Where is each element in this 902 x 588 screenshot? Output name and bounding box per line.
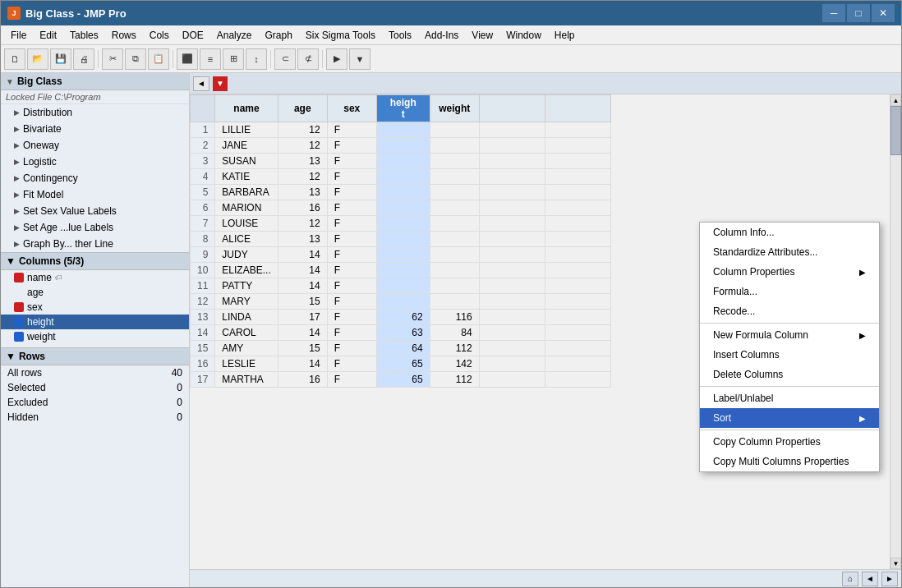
sidebar-item-distribution[interactable]: ▶ Distribution bbox=[1, 104, 189, 121]
menu-analyze[interactable]: Analyze bbox=[210, 28, 259, 43]
toolbar-paste[interactable]: 📋 bbox=[148, 48, 169, 70]
toolbar-cols[interactable]: ⬛ bbox=[177, 48, 198, 70]
ctx-insert-cols[interactable]: Insert Columns bbox=[700, 345, 879, 365]
rows-header[interactable]: ▼ Rows bbox=[1, 347, 189, 365]
cell-empty2 bbox=[545, 138, 610, 154]
table-wrapper[interactable]: name age sex height weight 1LILLIE12F2JA… bbox=[190, 94, 901, 569]
cell-age: 14 bbox=[278, 263, 327, 278]
left-panel-inner: ▶ Distribution ▶ Bivariate ▶ Oneway ▶ Lo… bbox=[1, 104, 189, 587]
app-icon: J bbox=[7, 7, 21, 20]
cell-empty1 bbox=[479, 247, 545, 263]
ctx-standardize[interactable]: Standardize Attributes... bbox=[700, 242, 879, 262]
ctx-copy-multi-col-props[interactable]: Copy Multi Columns Properties bbox=[700, 452, 879, 471]
menu-doe[interactable]: DOE bbox=[176, 28, 210, 43]
toolbar-dropdown[interactable]: ▼ bbox=[349, 48, 370, 70]
status-next[interactable]: ► bbox=[881, 572, 898, 586]
col-label-sex: sex bbox=[27, 301, 43, 313]
sidebar-item-bivariate[interactable]: ▶ Bivariate bbox=[1, 121, 189, 137]
ctx-recode[interactable]: Recode... bbox=[700, 301, 879, 321]
scroll-thumb[interactable] bbox=[890, 106, 901, 155]
sidebar-item-setsex[interactable]: ▶ Set Sex Value Labels bbox=[1, 203, 189, 219]
columns-header[interactable]: ▼ Columns (5/3) bbox=[1, 252, 189, 270]
sidebar-item-graphby[interactable]: ▶ Graph By... ther Line bbox=[1, 236, 189, 252]
sidebar-item-setage[interactable]: ▶ Set Age ...lue Labels bbox=[1, 219, 189, 236]
cell-weight bbox=[430, 232, 479, 247]
titlebar: J Big Class - JMP Pro ─ □ ✕ bbox=[1, 1, 901, 25]
col-header-empty2 bbox=[545, 95, 610, 122]
ctx-sort[interactable]: Sort ▶ bbox=[700, 408, 879, 428]
sidebar-item-logistic[interactable]: ▶ Logistic bbox=[1, 154, 189, 170]
cell-age: 13 bbox=[278, 185, 327, 200]
toolbar-table[interactable]: ⊞ bbox=[223, 48, 244, 70]
row-number: 8 bbox=[191, 232, 215, 247]
toolbar-script[interactable]: ▶ bbox=[326, 48, 347, 70]
toolbar-subset[interactable]: ⊂ bbox=[274, 48, 296, 70]
menu-tools[interactable]: Tools bbox=[382, 28, 418, 43]
cell-empty2 bbox=[545, 356, 610, 372]
ctx-copy-col-props[interactable]: Copy Column Properties bbox=[700, 432, 879, 452]
menu-graph[interactable]: Graph bbox=[258, 28, 298, 43]
tag-icon-name: 🏷 bbox=[55, 273, 62, 282]
close-button[interactable]: ✕ bbox=[872, 4, 895, 22]
cell-name: LINDA bbox=[215, 310, 278, 325]
status-prev[interactable]: ◄ bbox=[862, 572, 878, 586]
toolbar-print[interactable]: 🖨 bbox=[73, 48, 94, 70]
sidebar-item-oneway[interactable]: ▶ Oneway bbox=[1, 137, 189, 154]
col-item-height[interactable]: height bbox=[1, 315, 189, 329]
cell-weight bbox=[430, 200, 479, 216]
col-item-name[interactable]: name 🏷 bbox=[1, 270, 189, 285]
menu-file[interactable]: File bbox=[4, 28, 33, 43]
col-item-sex[interactable]: sex bbox=[1, 300, 189, 315]
maximize-button[interactable]: □ bbox=[847, 4, 870, 22]
toolbar-save[interactable]: 💾 bbox=[50, 48, 71, 70]
menu-cols[interactable]: Cols bbox=[143, 28, 176, 43]
toolbar-new[interactable]: 🗋 bbox=[4, 48, 25, 70]
cell-height bbox=[376, 216, 430, 232]
toolbar-sort[interactable]: ↕ bbox=[246, 48, 267, 70]
ctx-column-info[interactable]: Column Info... bbox=[700, 223, 879, 242]
ctx-formula[interactable]: Formula... bbox=[700, 282, 879, 301]
col-item-age[interactable]: age bbox=[1, 285, 189, 300]
filter-button[interactable]: ▼ bbox=[213, 76, 228, 91]
scroll-down-arrow[interactable]: ▼ bbox=[890, 558, 901, 569]
ctx-label-unlabel[interactable]: Label/Unlabel bbox=[700, 388, 879, 408]
col-header-sex[interactable]: sex bbox=[327, 95, 376, 122]
menu-view[interactable]: View bbox=[465, 28, 499, 43]
col-label-age: age bbox=[27, 287, 44, 298]
scroll-up-arrow[interactable]: ▲ bbox=[890, 94, 901, 106]
toolbar-exclude[interactable]: ⊄ bbox=[297, 48, 319, 70]
nav-left[interactable]: ◄ bbox=[193, 76, 209, 91]
toolbar-rows[interactable]: ≡ bbox=[200, 48, 221, 70]
sidebar-item-contingency[interactable]: ▶ Contingency bbox=[1, 170, 189, 186]
cell-sex: F bbox=[327, 122, 376, 138]
toolbar-cut[interactable]: ✂ bbox=[102, 48, 123, 70]
cell-sex: F bbox=[327, 154, 376, 169]
menu-sixsigma[interactable]: Six Sigma Tools bbox=[299, 28, 382, 43]
menu-edit[interactable]: Edit bbox=[33, 28, 63, 43]
ctx-col-properties[interactable]: Column Properties ▶ bbox=[700, 262, 879, 282]
vertical-scrollbar[interactable]: ▲ ▼ bbox=[890, 94, 901, 569]
menu-help[interactable]: Help bbox=[548, 28, 582, 43]
menu-tables[interactable]: Tables bbox=[63, 28, 105, 43]
col-header-age[interactable]: age bbox=[278, 95, 327, 122]
toolbar-copy[interactable]: ⧉ bbox=[125, 48, 146, 70]
panel-header-bigclass[interactable]: ▼ Big Class bbox=[1, 73, 189, 90]
ctx-delete-cols[interactable]: Delete Columns bbox=[700, 365, 879, 384]
menu-addins[interactable]: Add-Ins bbox=[418, 28, 465, 43]
cell-empty2 bbox=[545, 263, 610, 278]
menu-rows[interactable]: Rows bbox=[105, 28, 143, 43]
minimize-button[interactable]: ─ bbox=[822, 4, 845, 22]
toolbar-open[interactable]: 📂 bbox=[27, 48, 48, 70]
col-item-weight[interactable]: weight bbox=[1, 329, 189, 344]
col-header-height[interactable]: height bbox=[376, 95, 430, 122]
status-home[interactable]: ⌂ bbox=[842, 572, 858, 586]
menu-window[interactable]: Window bbox=[499, 28, 548, 43]
scroll-track[interactable] bbox=[890, 106, 901, 558]
cell-empty1 bbox=[479, 356, 545, 372]
col-header-weight[interactable]: weight bbox=[430, 95, 479, 122]
item-arrow-graphby: ▶ bbox=[14, 240, 20, 248]
cell-weight: 84 bbox=[430, 325, 479, 341]
sidebar-item-fitmodel[interactable]: ▶ Fit Model bbox=[1, 186, 189, 203]
ctx-new-formula[interactable]: New Formula Column ▶ bbox=[700, 325, 879, 345]
col-header-name[interactable]: name bbox=[215, 95, 278, 122]
